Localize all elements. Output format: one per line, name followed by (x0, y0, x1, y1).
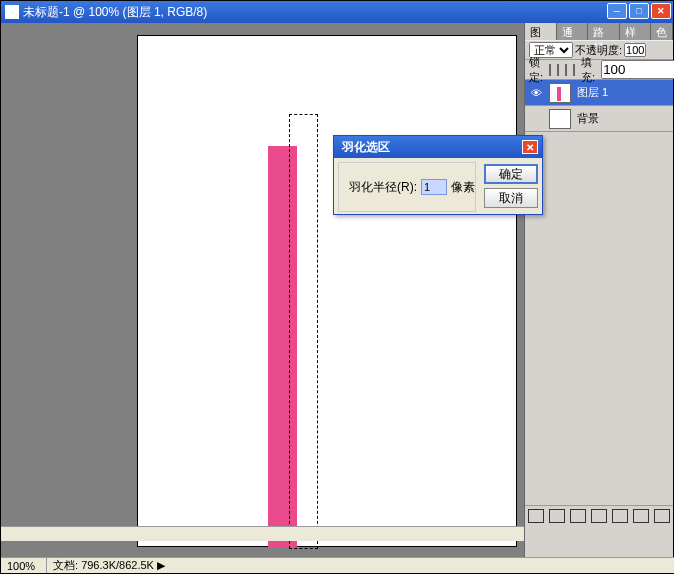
new-layer-icon[interactable] (633, 509, 649, 523)
radius-input[interactable] (421, 179, 447, 195)
panels-sidebar: 图层 通道 路径 样式 色 正常 不透明度: 锁定: 填充: 👁 (524, 23, 673, 557)
title-bar: 未标题-1 @ 100% (图层 1, RGB/8) ─ □ ✕ (1, 1, 673, 23)
lock-transparency-icon[interactable] (549, 64, 551, 76)
zoom-level[interactable]: 100% (5, 558, 47, 573)
layer-item-bg[interactable]: 背景 (525, 106, 673, 132)
status-bar: 100% 文档: 796.3K/862.5K ▶ (1, 557, 674, 573)
opacity-input[interactable] (624, 43, 646, 57)
link-layers-icon[interactable] (528, 509, 544, 523)
app-icon (5, 5, 19, 19)
marquee-selection (289, 114, 318, 549)
panel-tabs: 图层 通道 路径 样式 色 (525, 23, 673, 40)
lock-all-icon[interactable] (573, 64, 575, 76)
lock-pixels-icon[interactable] (557, 64, 559, 76)
layer-mask-icon[interactable] (570, 509, 586, 523)
document-info: 文档: 796.3K/862.5K ▶ (47, 558, 165, 573)
dialog-title: 羽化选区 (342, 139, 390, 156)
layer-thumbnail (549, 83, 571, 103)
close-button[interactable]: ✕ (651, 3, 671, 19)
layer-style-icon[interactable] (549, 509, 565, 523)
document-canvas[interactable] (137, 35, 517, 547)
tab-styles[interactable]: 样式 (620, 23, 652, 40)
radius-label: 羽化半径(R): (349, 179, 417, 196)
feather-dialog: 羽化选区 ✕ 羽化半径(R): 像素 确定 取消 (333, 135, 543, 215)
chevron-right-icon[interactable]: ▶ (157, 559, 165, 571)
main-window: 未标题-1 @ 100% (图层 1, RGB/8) ─ □ ✕ 100% 文档… (0, 0, 674, 574)
dialog-title-bar[interactable]: 羽化选区 ✕ (334, 136, 542, 158)
layers-list: 👁 图层 1 背景 (525, 80, 673, 132)
layer-item-1[interactable]: 👁 图层 1 (525, 80, 673, 106)
layer-thumbnail (549, 109, 571, 129)
fill-input[interactable] (601, 60, 674, 79)
ok-button[interactable]: 确定 (484, 164, 538, 184)
tab-paths[interactable]: 路径 (588, 23, 620, 40)
tab-colors[interactable]: 色 (651, 23, 673, 40)
maximize-button[interactable]: □ (629, 3, 649, 19)
blend-opacity-row: 正常 不透明度: (525, 40, 673, 60)
unit-label: 像素 (451, 179, 475, 196)
fill-label: 填充: (581, 55, 595, 85)
layer-name: 背景 (577, 111, 599, 126)
cancel-button[interactable]: 取消 (484, 188, 538, 208)
adjustment-layer-icon[interactable] (591, 509, 607, 523)
minimize-button[interactable]: ─ (607, 3, 627, 19)
visibility-icon[interactable] (529, 112, 543, 126)
window-title: 未标题-1 @ 100% (图层 1, RGB/8) (23, 4, 207, 21)
lock-position-icon[interactable] (565, 64, 567, 76)
visibility-icon[interactable]: 👁 (529, 86, 543, 100)
new-group-icon[interactable] (612, 509, 628, 523)
horizontal-scrollbar[interactable] (1, 526, 525, 541)
lock-label: 锁定: (529, 55, 543, 85)
layer-name: 图层 1 (577, 85, 608, 100)
canvas-area[interactable] (1, 23, 525, 557)
doc-size: 796.3K/862.5K (81, 559, 154, 571)
tab-channels[interactable]: 通道 (557, 23, 589, 40)
tab-layers[interactable]: 图层 (525, 23, 557, 40)
layers-footer (525, 505, 673, 525)
doc-label: 文档: (53, 559, 78, 571)
dialog-close-button[interactable]: ✕ (522, 140, 538, 154)
delete-layer-icon[interactable] (654, 509, 670, 523)
lock-row: 锁定: 填充: (525, 60, 673, 80)
dialog-content: 羽化半径(R): 像素 (338, 162, 476, 212)
